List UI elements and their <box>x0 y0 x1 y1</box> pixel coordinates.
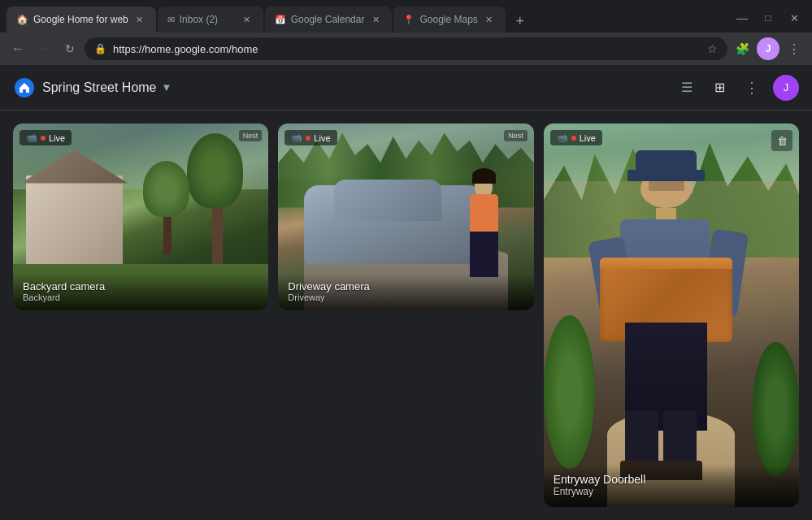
driveway-live-badge: 📹 Live <box>284 130 337 145</box>
url-text: https://home.google.com/home <box>113 43 701 55</box>
new-tab-button[interactable]: + <box>509 10 532 32</box>
backyard-overlay: 📹 Live Nest Backyard camera Backyard <box>13 124 268 310</box>
browser-window: 🏠 Google Home for web ✕ ✉ Inbox (2) ✕ 📅 … <box>0 0 812 520</box>
doorbell-live-label: Live <box>580 133 596 143</box>
tab-close-gmail[interactable]: ✕ <box>241 13 254 26</box>
tab-gmail[interactable]: ✉ Inbox (2) ✕ <box>158 6 263 32</box>
driveway-feed: 📹 Live Nest Driveway camera Driveway <box>278 124 533 310</box>
tab-title-maps: Google Maps <box>419 14 477 25</box>
browser-menu-button[interactable]: ⋮ <box>783 37 805 60</box>
driveway-bottom-info: Driveway camera Driveway <box>278 274 533 310</box>
list-view-button[interactable]: ☰ <box>672 73 701 102</box>
driveway-brand-label: Nest <box>504 130 528 141</box>
camera-card-doorbell[interactable]: 📹 Live 🗑 Entryway Doorbell Entryway <box>544 124 799 507</box>
driveway-overlay: 📹 Live Nest Driveway camera Driveway <box>278 124 533 310</box>
app-title-text: Spring Street Home <box>42 80 157 95</box>
grid-view-button[interactable]: ⊞ <box>705 73 734 102</box>
tab-close-calendar[interactable]: ✕ <box>369 13 382 26</box>
tab-close-maps[interactable]: ✕ <box>483 13 496 26</box>
backyard-brand-label: Nest <box>239 130 263 141</box>
extensions-button[interactable]: 🧩 <box>731 37 753 60</box>
app-title: Spring Street Home ▼ <box>42 80 172 95</box>
bookmark-icon[interactable]: ☆ <box>707 42 718 55</box>
maximize-button[interactable]: □ <box>757 6 779 29</box>
camera-card-driveway[interactable]: 📹 Live Nest Driveway camera Driveway <box>278 124 533 310</box>
app-logo <box>13 76 36 99</box>
backyard-live-label: Live <box>49 133 65 143</box>
backyard-top-bar: 📹 Live Nest <box>13 124 268 152</box>
forward-button[interactable]: → <box>33 37 55 60</box>
avatar-initial: J <box>784 81 789 93</box>
window-controls: — □ ✕ <box>731 6 805 29</box>
backyard-feed: 📹 Live Nest Backyard camera Backyard <box>13 124 268 310</box>
driveway-top-bar: 📹 Live Nest <box>278 124 533 152</box>
doorbell-overlay: 📹 Live 🗑 Entryway Doorbell Entryway <box>544 124 799 507</box>
tab-maps[interactable]: 📍 Google Maps ✕ <box>393 6 505 32</box>
tab-favicon-maps: 📍 <box>403 15 415 25</box>
doorbell-bottom-info: Entryway Doorbell Entryway <box>544 465 799 507</box>
google-home-logo-icon <box>15 78 34 98</box>
backyard-live-badge: 📹 Live <box>20 130 72 145</box>
driveway-camera-name: Driveway camera <box>288 280 523 292</box>
camera-icon-backyard: 📹 <box>26 132 37 143</box>
tab-favicon-home: 🏠 <box>16 14 28 25</box>
driveway-live-label: Live <box>314 133 330 143</box>
backyard-bottom-info: Backyard camera Backyard <box>13 274 268 310</box>
tab-google-home[interactable]: 🏠 Google Home for web ✕ <box>7 6 156 32</box>
back-button[interactable]: ← <box>7 37 29 60</box>
header-actions: ☰ ⊞ ⋮ J <box>672 73 799 102</box>
tab-favicon-gmail: ✉ <box>167 15 175 25</box>
tab-title-calendar: Google Calendar <box>291 14 365 25</box>
ssl-lock-icon: 🔒 <box>94 43 106 54</box>
backyard-camera-location: Backyard <box>23 292 258 302</box>
user-avatar[interactable]: J <box>773 75 799 101</box>
doorbell-top-bar: 📹 Live 🗑 <box>544 124 799 158</box>
tab-favicon-calendar: 📅 <box>275 15 286 25</box>
profile-button[interactable]: J <box>757 37 779 60</box>
tab-title-home: Google Home for web <box>33 14 128 25</box>
camera-card-backyard[interactable]: 📹 Live Nest Backyard camera Backyard <box>13 124 268 310</box>
app-header: Spring Street Home ▼ ☰ ⊞ ⋮ J <box>0 65 812 110</box>
url-bar[interactable]: 🔒 https://home.google.com/home ☆ <box>85 37 727 60</box>
doorbell-feed: 📹 Live 🗑 Entryway Doorbell Entryway <box>544 124 799 507</box>
tab-title-gmail: Inbox (2) <box>180 14 236 25</box>
refresh-button[interactable]: ↻ <box>59 37 81 60</box>
tab-close-home[interactable]: ✕ <box>133 13 146 26</box>
doorbell-live-badge: 📹 Live <box>550 130 602 145</box>
more-options-button[interactable]: ⋮ <box>737 73 766 102</box>
driveway-camera-location: Driveway <box>288 292 523 302</box>
camera-icon-doorbell: 📹 <box>557 132 568 143</box>
camera-icon-driveway: 📹 <box>291 132 302 143</box>
driveway-live-dot <box>306 136 310 141</box>
backyard-camera-name: Backyard camera <box>23 280 258 292</box>
doorbell-camera-name: Entryway Doorbell <box>554 473 789 486</box>
close-window-button[interactable]: ✕ <box>783 6 805 29</box>
doorbell-delete-button[interactable]: 🗑 <box>771 130 792 151</box>
home-selector-dropdown-icon[interactable]: ▼ <box>162 81 172 93</box>
tab-bar: 🏠 Google Home for web ✕ ✉ Inbox (2) ✕ 📅 … <box>0 0 812 32</box>
backyard-live-dot <box>41 136 46 141</box>
doorbell-live-dot <box>571 136 576 141</box>
tab-calendar[interactable]: 📅 Google Calendar ✕ <box>265 6 393 32</box>
doorbell-camera-location: Entryway <box>554 486 789 497</box>
address-bar: ← → ↻ 🔒 https://home.google.com/home ☆ 🧩… <box>0 32 812 65</box>
camera-grid: 📹 Live Nest Backyard camera Backyard <box>0 110 812 520</box>
minimize-button[interactable]: — <box>731 6 753 29</box>
